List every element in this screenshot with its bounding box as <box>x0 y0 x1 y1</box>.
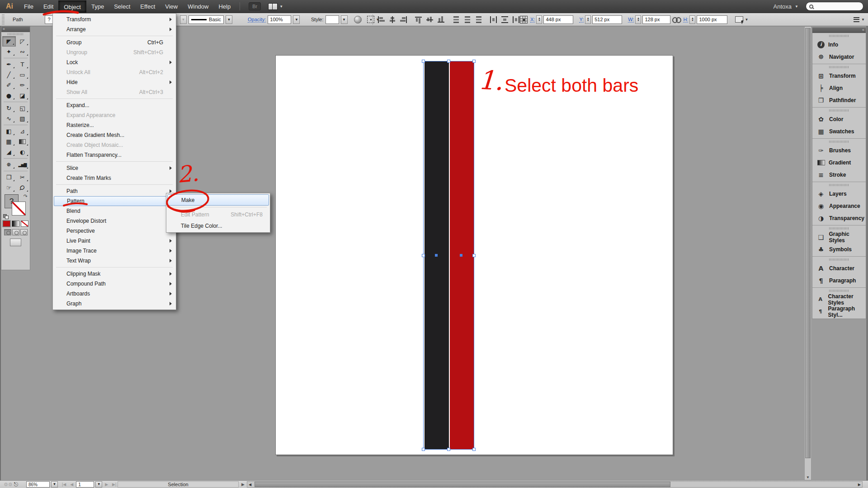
x-field[interactable]: 448 px <box>543 15 573 24</box>
selection-handle-top-center[interactable] <box>447 60 450 63</box>
rectangle-tool[interactable]: ▭ <box>16 70 29 80</box>
type-tool[interactable]: T <box>16 59 29 70</box>
selection-handle-bottom-center[interactable] <box>447 448 450 451</box>
menu-type[interactable]: Type <box>86 0 109 13</box>
last-artboard-icon[interactable]: ▶| <box>111 482 118 487</box>
blob-brush-tool[interactable]: ● <box>2 90 16 101</box>
menu-item-live-paint[interactable]: Live Paint <box>53 236 176 246</box>
panel-button-appearance[interactable]: ◉Appearance <box>812 200 866 212</box>
distribute-space-vertical-icon[interactable] <box>500 15 509 24</box>
magic-wand-tool[interactable]: ✦ <box>2 47 16 57</box>
export-icon[interactable]: ⎋ <box>14 481 19 488</box>
distribute-bottom-icon[interactable] <box>474 15 483 24</box>
align-horizontal-center-icon[interactable] <box>388 15 396 24</box>
first-artboard-icon[interactable]: |◀ <box>61 482 67 487</box>
h-link[interactable]: H: <box>683 17 688 23</box>
artboard-dropdown-icon[interactable]: ▼ <box>95 481 102 488</box>
shape-builder-tool[interactable]: ◧ <box>2 126 16 136</box>
panel-button-paragraph-styles[interactable]: ¶Paragraph Styl... <box>812 305 866 318</box>
menu-select[interactable]: Select <box>109 0 135 13</box>
menu-item-image-trace[interactable]: Image Trace <box>53 246 176 256</box>
panel-button-info[interactable]: iInfo <box>812 38 866 51</box>
w-field[interactable]: 128 px <box>642 15 670 24</box>
stroke-weight-dropdown-icon[interactable]: ▼ <box>180 15 187 24</box>
menu-item-text-wrap[interactable]: Text Wrap <box>53 256 176 266</box>
align-vertical-bottom-icon[interactable] <box>437 15 445 24</box>
submenu-item-tile-edge-color[interactable]: Tile Edge Color... <box>166 220 270 231</box>
dock-group-grip[interactable] <box>812 64 866 70</box>
selection-handle-mid-left[interactable] <box>422 254 425 257</box>
panel-button-character-styles[interactable]: ACharacter Styles <box>812 293 866 305</box>
color-button[interactable] <box>3 221 10 227</box>
style-field[interactable] <box>326 15 339 24</box>
dock-collapse[interactable]: « <box>812 28 866 33</box>
status-options-icon[interactable]: ▶ <box>240 482 246 487</box>
panel-button-swatches[interactable]: ▦Swatches <box>812 125 866 137</box>
menu-item-flatten-transparency[interactable]: Flatten Transparency... <box>53 150 176 160</box>
mesh-tool[interactable]: ▦ <box>2 136 16 147</box>
bridge-button[interactable]: Br <box>249 2 261 10</box>
menu-item-create-trim-marks[interactable]: Create Trim Marks <box>53 173 176 183</box>
horizontal-scrollbar[interactable]: ◀ ▶ <box>247 481 863 488</box>
select-similar-icon[interactable] <box>735 16 743 23</box>
dock-group-grip[interactable] <box>812 288 866 293</box>
scroll-right-icon[interactable]: ▶ <box>858 482 861 487</box>
h-stepper[interactable]: ▲▼ <box>689 15 695 24</box>
direct-selection-tool[interactable]: ◸ <box>16 36 29 47</box>
paintbrush-tool[interactable]: ✐ <box>2 80 16 90</box>
w-stepper[interactable]: ▲▼ <box>635 15 641 24</box>
panel-button-transform[interactable]: ⊞Transform <box>812 70 866 82</box>
submenu-item-make[interactable]: Make <box>167 194 269 206</box>
previous-artboard-icon[interactable]: ◀ <box>69 482 75 487</box>
selection-handle-top-left[interactable] <box>422 60 425 63</box>
rotate-tool[interactable]: ↻ <box>2 103 16 113</box>
workspace-switcher[interactable]: Antoxa ▼ <box>774 3 798 10</box>
panel-button-paragraph[interactable]: ¶Paragraph <box>812 274 866 286</box>
menu-edit[interactable]: Edit <box>38 0 58 13</box>
panel-button-align[interactable]: ╞Align <box>812 82 866 94</box>
line-segment-tool[interactable]: ╱ <box>2 70 16 80</box>
free-transform-tool[interactable]: ▧ <box>16 113 29 124</box>
y-link[interactable]: Y: <box>579 17 584 23</box>
zoom-dropdown-icon[interactable]: ▼ <box>51 481 58 488</box>
panel-button-layers[interactable]: ◈Layers <box>812 188 866 200</box>
dock-group-grip[interactable] <box>812 33 866 38</box>
artboard-tool[interactable]: ❒ <box>2 172 16 183</box>
swap-fill-stroke-icon[interactable]: ↷ <box>24 193 28 199</box>
panel-button-transparency[interactable]: ◑Transparency <box>812 212 866 224</box>
zoom-tool[interactable]: Ϙ <box>16 183 29 193</box>
zoom-level-field[interactable]: 86% <box>26 481 50 488</box>
opacity-dropdown-icon[interactable]: ▼ <box>293 15 300 24</box>
symbol-sprayer-tool[interactable]: ✵ <box>2 160 16 170</box>
screen-mode-button[interactable] <box>10 239 21 246</box>
menu-item-blend[interactable]: Blend <box>53 206 176 216</box>
menu-item-transform[interactable]: Transform <box>53 14 176 24</box>
style-dropdown-icon[interactable]: ▼ <box>341 15 348 24</box>
constrain-proportions-icon[interactable] <box>672 16 682 23</box>
eraser-tool[interactable]: ◪ <box>16 90 29 101</box>
stroke-swatch-none[interactable] <box>12 202 26 216</box>
menu-item-perspective[interactable]: Perspective <box>53 226 176 236</box>
width-tool[interactable]: ∿ <box>2 113 16 124</box>
menu-item-graph[interactable]: Graph <box>53 299 176 309</box>
menu-item-group[interactable]: GroupCtrl+G <box>53 38 176 47</box>
menu-item-slice[interactable]: Slice <box>53 163 176 173</box>
draw-normal-mode-button[interactable] <box>4 229 11 235</box>
horizontal-scrollbar-thumb[interactable] <box>255 482 670 487</box>
selection-handle-top-right[interactable] <box>472 60 476 63</box>
align-horizontal-right-icon[interactable] <box>399 15 408 24</box>
distribute-space-icon[interactable] <box>512 15 520 24</box>
eyedropper-tool[interactable]: ◢ <box>2 147 16 157</box>
menu-item-rasterize[interactable]: Rasterize... <box>53 120 176 130</box>
transform-reference-icon[interactable] <box>367 16 374 23</box>
stroke-style-dropdown[interactable]: Basic <box>189 15 224 24</box>
align-horizontal-left-icon[interactable] <box>377 15 385 24</box>
menu-item-path[interactable]: Path <box>53 186 176 196</box>
scale-tool[interactable]: ◱ <box>16 103 29 113</box>
selection-handle-bottom-left[interactable] <box>422 448 425 451</box>
draw-behind-mode-button[interactable] <box>12 229 19 235</box>
opacity-field[interactable]: 100% <box>268 15 291 24</box>
panel-button-graphic-styles[interactable]: ❑Graphic Styles <box>812 231 866 243</box>
distribute-middle-icon[interactable] <box>463 15 472 24</box>
scroll-left-icon[interactable]: ◀ <box>249 482 251 487</box>
